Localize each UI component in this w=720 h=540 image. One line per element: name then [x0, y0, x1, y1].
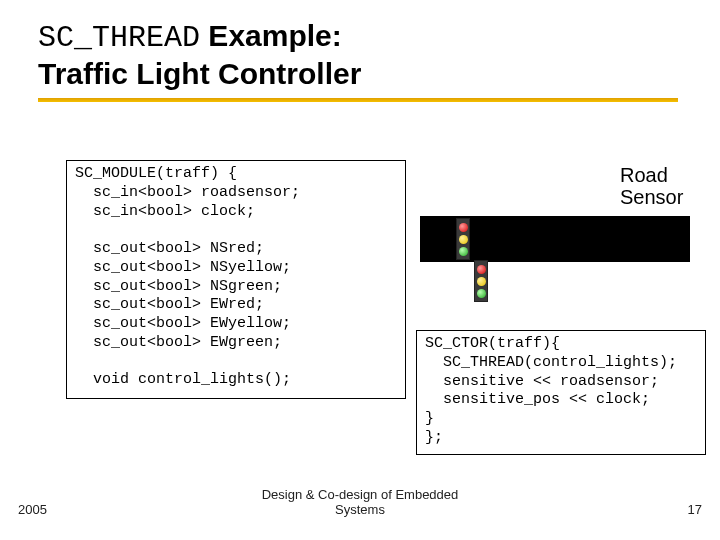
- footer-center-text: Design & Co-design of Embedded Systems: [0, 488, 720, 518]
- title-mono-part: SC_THREAD: [38, 21, 200, 55]
- lamp-red-icon: [459, 223, 468, 232]
- title-line2: Traffic Light Controller: [38, 56, 720, 91]
- lamp-green-icon: [459, 247, 468, 256]
- lamp-red-icon: [477, 265, 486, 274]
- traffic-light-icon: [456, 218, 470, 260]
- code-module-box: SC_MODULE(traff) { sc_in<bool> roadsenso…: [66, 160, 406, 399]
- title-bold-rest: Example:: [200, 19, 342, 52]
- lamp-yellow-icon: [477, 277, 486, 286]
- footer-year: 2005: [18, 502, 47, 517]
- footer-page-number: 17: [688, 502, 702, 517]
- slide-title: SC_THREAD Example: Traffic Light Control…: [0, 0, 720, 92]
- traffic-light-icon: [474, 260, 488, 302]
- road-sensor-label: Road Sensor: [620, 164, 683, 208]
- lamp-yellow-icon: [459, 235, 468, 244]
- lamp-green-icon: [477, 289, 486, 298]
- code-ctor-box: SC_CTOR(traff){ SC_THREAD(control_lights…: [416, 330, 706, 455]
- title-underline: [38, 98, 678, 102]
